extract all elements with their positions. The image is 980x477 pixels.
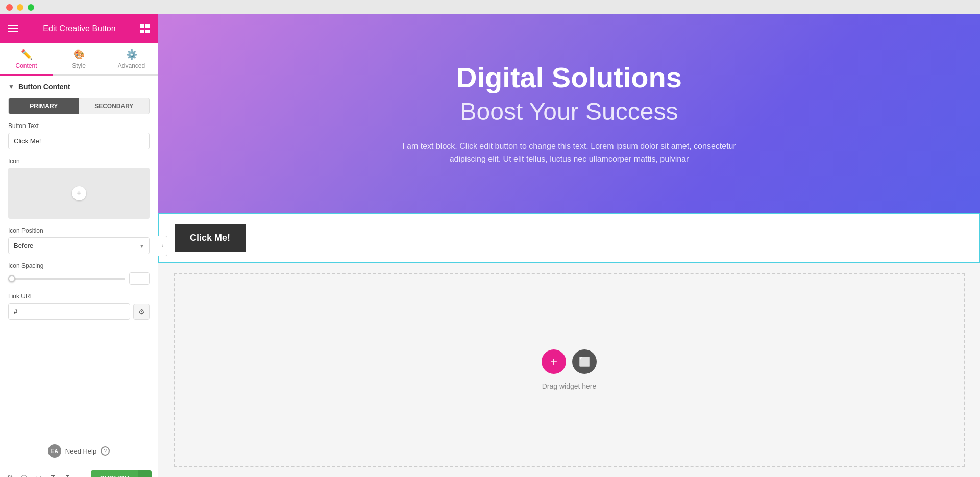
icon-position-field-group: Icon Position Before After ▼: [0, 227, 158, 262]
icon-spacing-field-group: Icon Spacing: [0, 262, 158, 293]
section-header-button-content[interactable]: ▼ Button Content: [0, 76, 158, 98]
icon-position-label: Icon Position: [8, 227, 150, 234]
icon-spacing-slider[interactable]: [8, 278, 125, 280]
bottom-icons: ⚙ ⬡ ↩ 🖥 👁: [6, 473, 72, 477]
ea-badge: EA: [48, 444, 61, 458]
hero-body-text: I am text block. Click edit button to ch…: [390, 140, 748, 166]
button-text-label: Button Text: [8, 122, 150, 130]
widget-picker-button[interactable]: ⬜: [572, 349, 597, 374]
icon-spacing-value-input[interactable]: [129, 272, 150, 285]
toggle-primary[interactable]: PRIMARY: [9, 98, 79, 114]
icon-label: Icon: [8, 158, 150, 165]
link-url-label: Link URL: [8, 293, 150, 300]
sidebar-bottom: ⚙ ⬡ ↩ 🖥 👁 PUBLISH ▼: [0, 465, 158, 477]
link-url-field-wrap: ⚙: [8, 303, 150, 320]
style-icon: 🎨: [74, 49, 85, 60]
icon-upload-plus-icon: +: [72, 186, 86, 200]
history-bottom-icon[interactable]: ↩: [35, 473, 41, 477]
link-url-field-group: Link URL ⚙: [0, 293, 158, 328]
icon-spacing-slider-wrap: [8, 272, 150, 285]
settings-bottom-icon[interactable]: ⚙: [6, 473, 13, 477]
publish-arrow-button[interactable]: ▼: [138, 470, 152, 477]
icon-position-select[interactable]: Before After: [8, 237, 150, 254]
primary-secondary-toggle: PRIMARY SECONDARY: [8, 98, 150, 114]
drop-icons: + ⬜: [542, 349, 597, 374]
tab-advanced[interactable]: ⚙️ Advanced: [105, 43, 158, 76]
content-icon: ✏️: [21, 49, 32, 60]
sidebar-tabs: ✏️ Content 🎨 Style ⚙️ Advanced: [0, 43, 158, 76]
hamburger-icon[interactable]: [8, 25, 18, 32]
url-settings-button[interactable]: ⚙: [133, 304, 150, 320]
icon-position-select-wrap: Before After ▼: [8, 237, 150, 254]
hero-subtitle: Boost Your Success: [460, 97, 678, 125]
main-content: Digital Solutions Boost Your Success I a…: [158, 14, 980, 477]
section-arrow-icon: ▼: [8, 83, 14, 90]
icon-upload-area[interactable]: +: [8, 168, 150, 219]
tab-content-label: Content: [15, 62, 37, 69]
window-chrome: [0, 0, 980, 14]
sidebar-title: Edit Creative Button: [43, 24, 115, 33]
traffic-light-maximize[interactable]: [28, 4, 34, 11]
collapse-panel-button[interactable]: ‹: [158, 236, 167, 256]
toggle-secondary[interactable]: SECONDARY: [79, 98, 150, 114]
sidebar: Edit Creative Button ✏️ Content 🎨 Style …: [0, 14, 158, 477]
grid-icon[interactable]: [140, 24, 150, 33]
empty-drop-area: + ⬜ Drag widget here: [158, 263, 980, 477]
icon-field-group: Icon +: [0, 158, 158, 227]
button-text-field-group: Button Text: [0, 122, 158, 158]
tab-advanced-label: Advanced: [118, 62, 145, 69]
icon-spacing-label: Icon Spacing: [8, 262, 150, 269]
tab-content[interactable]: ✏️ Content: [0, 43, 53, 76]
preview-bottom-icon[interactable]: 👁: [64, 474, 72, 478]
tab-style-label: Style: [72, 62, 86, 69]
traffic-light-close[interactable]: [6, 4, 13, 11]
need-help-label: Need Help: [65, 447, 96, 455]
section-title: Button Content: [18, 83, 70, 91]
hero-title: Digital Solutions: [456, 62, 682, 93]
need-help-section: EA Need Help ?: [0, 437, 158, 465]
responsive-bottom-icon[interactable]: 🖥: [48, 474, 57, 478]
sidebar-header: Edit Creative Button: [0, 14, 158, 43]
publish-button[interactable]: PUBLISH: [91, 470, 138, 477]
button-section: Click Me!: [158, 213, 980, 263]
empty-area-inner: + ⬜ Drag widget here: [174, 273, 965, 467]
help-icon[interactable]: ?: [101, 446, 110, 456]
layers-bottom-icon[interactable]: ⬡: [20, 473, 28, 477]
add-widget-button[interactable]: +: [542, 349, 566, 374]
tab-style[interactable]: 🎨 Style: [53, 43, 105, 76]
sidebar-content: ▼ Button Content PRIMARY SECONDARY Butto…: [0, 76, 158, 437]
advanced-icon: ⚙️: [126, 49, 137, 60]
drag-widget-text: Drag widget here: [542, 382, 597, 390]
link-url-input[interactable]: [8, 303, 130, 320]
click-me-button[interactable]: Click Me!: [175, 224, 246, 252]
hero-section: Digital Solutions Boost Your Success I a…: [158, 14, 980, 213]
traffic-light-minimize[interactable]: [17, 4, 23, 11]
button-text-input[interactable]: [8, 133, 150, 149]
publish-wrap: PUBLISH ▼: [91, 470, 152, 477]
